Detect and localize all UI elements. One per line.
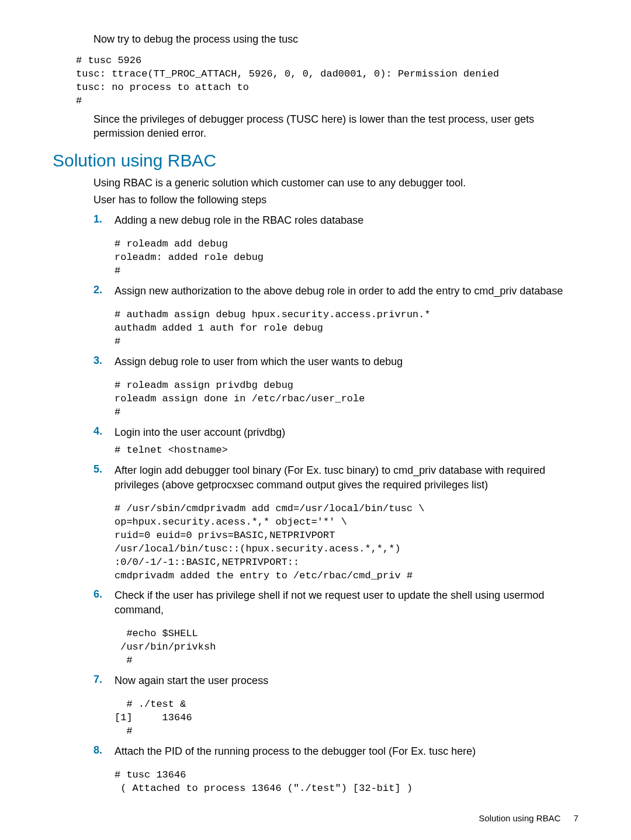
rbac-intro-2: User has to follow the following steps	[93, 193, 578, 207]
steps-list: Adding a new debug role in the RBAC role…	[93, 213, 578, 796]
section-heading: Solution using RBAC	[53, 151, 578, 171]
page-content: Now try to debug the process using the t…	[0, 0, 631, 840]
step-item: Now again start the user process # ./tes…	[93, 674, 578, 738]
step-code: # ./test & [1] 13646 #	[115, 698, 578, 738]
step-code: # roleadm assign privdbg debug roleadm a…	[115, 379, 578, 419]
intro-text: Now try to debug the process using the t…	[93, 33, 578, 46]
after-code-text: Since the privileges of debugger process…	[93, 113, 578, 140]
step-text: After login add debugger tool binary (Fo…	[115, 463, 578, 492]
step-text: Attach the PID of the running process to…	[115, 744, 578, 758]
step-item: After login add debugger tool binary (Fo…	[93, 463, 578, 582]
step-item: Assign debug role to user from which the…	[93, 355, 578, 419]
footer-page-number: 7	[574, 813, 578, 823]
step-text: Login into the user account (privdbg)	[115, 425, 578, 439]
step-text: Assign new authorization to the above de…	[115, 284, 578, 298]
step-code: # tusc 13646 ( Attached to process 13646…	[115, 769, 578, 796]
step-item: Adding a new debug role in the RBAC role…	[93, 213, 578, 278]
step-item: Attach the PID of the running process to…	[93, 744, 578, 796]
step-code: # roleadm add debug roleadm: added role …	[115, 238, 578, 278]
step-code: # /usr/sbin/cmdprivadm add cmd=/usr/loca…	[115, 502, 578, 583]
step-item: Login into the user account (privdbg) # …	[93, 425, 578, 457]
step-text: Adding a new debug role in the RBAC role…	[115, 213, 578, 227]
step-text: Now again start the user process	[115, 674, 578, 688]
step-text: Check if the user has privilege shell if…	[115, 588, 578, 617]
step-item: Check if the user has privilege shell if…	[93, 588, 578, 667]
step-code: #echo $SHELL /usr/bin/privksh #	[115, 627, 578, 668]
step-text: Assign debug role to user from which the…	[115, 355, 578, 369]
step-code: # telnet <hostname>	[115, 444, 578, 457]
step-code: # authadm assign debug hpux.security.acc…	[115, 308, 578, 349]
page-footer: Solution using RBAC 7	[53, 813, 578, 823]
footer-text: Solution using RBAC	[479, 813, 560, 823]
code-block-1: # tusc 5926 tusc: ttrace(TT_PROC_ATTACH,…	[76, 54, 578, 108]
step-item: Assign new authorization to the above de…	[93, 284, 578, 349]
rbac-intro-1: Using RBAC is a generic solution which c…	[93, 176, 578, 190]
